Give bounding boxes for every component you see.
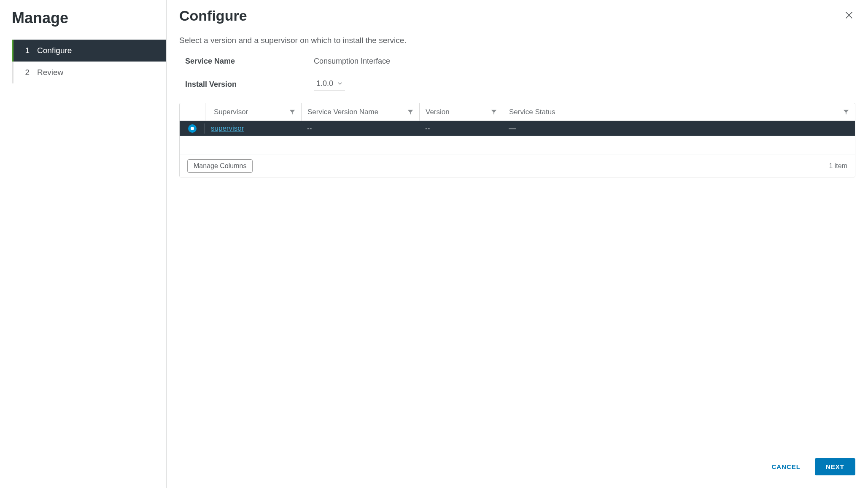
manage-columns-button[interactable]: Manage Columns — [187, 159, 253, 173]
filter-icon[interactable] — [843, 109, 849, 115]
row-radio-cell[interactable] — [180, 123, 205, 134]
service-name-label: Service Name — [185, 57, 314, 66]
close-icon — [844, 15, 854, 21]
svg-marker-3 — [408, 110, 413, 114]
step-label: Review — [37, 68, 63, 77]
column-label: Version — [426, 108, 450, 116]
table-body: supervisor -- -- — — [180, 121, 855, 155]
filter-icon[interactable] — [491, 109, 497, 115]
svg-marker-5 — [844, 110, 849, 114]
filter-icon[interactable] — [407, 109, 413, 115]
column-select — [180, 103, 205, 121]
install-version-label: Install Version — [185, 80, 314, 89]
item-count: 1 item — [829, 162, 847, 170]
close-button[interactable] — [843, 9, 855, 23]
step-review[interactable]: 2 Review — [13, 62, 166, 83]
row-svn-cell: -- — [301, 124, 419, 133]
sidebar-title: Manage — [0, 9, 166, 40]
cancel-button[interactable]: CANCEL — [769, 459, 803, 475]
service-name-row: Service Name Consumption Interface — [179, 57, 855, 66]
wizard-steps: 1 Configure 2 Review — [12, 40, 166, 83]
table-row[interactable]: supervisor -- -- — — [180, 121, 855, 136]
svg-marker-4 — [491, 110, 496, 114]
column-version[interactable]: Version — [419, 103, 503, 121]
app-root: Manage 1 Configure 2 Review Configure Se… — [0, 0, 868, 488]
step-number: 1 — [24, 46, 30, 55]
main-header: Configure — [179, 8, 855, 24]
install-version-select[interactable]: 1.0.0 — [314, 78, 345, 91]
table-footer: Manage Columns 1 item — [180, 155, 855, 177]
column-service-version-name[interactable]: Service Version Name — [301, 103, 419, 121]
main-panel: Configure Select a version and a supervi… — [167, 0, 868, 488]
page-title: Configure — [179, 8, 247, 24]
wizard-sidebar: Manage 1 Configure 2 Review — [0, 0, 167, 488]
column-label: Supervisor — [214, 108, 248, 116]
chevron-down-icon — [337, 79, 342, 88]
next-button[interactable]: NEXT — [815, 458, 855, 475]
row-supervisor-cell: supervisor — [205, 124, 301, 133]
step-number: 2 — [24, 68, 30, 77]
row-version-cell: -- — [419, 124, 503, 133]
table-header: Supervisor Service Version Name Version — [180, 103, 855, 121]
column-label: Service Version Name — [307, 108, 378, 116]
column-label: Service Status — [509, 108, 555, 116]
wizard-footer: CANCEL NEXT — [179, 448, 855, 488]
row-status-cell: — — [503, 124, 855, 133]
filter-icon[interactable] — [289, 109, 295, 115]
supervisor-table: Supervisor Service Version Name Version — [179, 103, 855, 177]
service-name-value: Consumption Interface — [314, 57, 390, 66]
step-label: Configure — [37, 46, 72, 55]
column-service-status[interactable]: Service Status — [503, 103, 855, 121]
radio-selected-icon[interactable] — [188, 124, 197, 133]
supervisor-link[interactable]: supervisor — [211, 124, 244, 133]
column-supervisor[interactable]: Supervisor — [205, 103, 301, 121]
svg-marker-2 — [290, 110, 295, 114]
page-subtitle: Select a version and a supervisor on whi… — [179, 36, 855, 45]
step-configure[interactable]: 1 Configure — [12, 40, 166, 62]
install-version-value: 1.0.0 — [316, 79, 333, 88]
install-version-row: Install Version 1.0.0 — [179, 78, 855, 91]
